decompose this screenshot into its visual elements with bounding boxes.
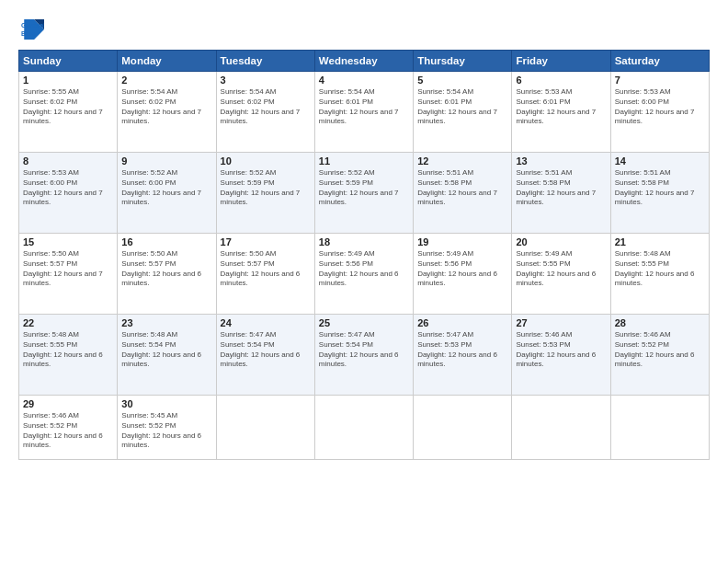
calendar-cell: 24Sunrise: 5:47 AMSunset: 5:54 PMDayligh… [216,315,314,396]
calendar-cell [314,396,413,460]
day-info: Sunrise: 5:47 AMSunset: 5:53 PMDaylight:… [417,330,507,370]
day-number: 23 [121,317,211,328]
page: General Blue SundayMondayTuesdayWednesda… [0,0,728,563]
calendar-cell: 23Sunrise: 5:48 AMSunset: 5:54 PMDayligh… [118,315,216,396]
day-number: 25 [319,317,409,328]
calendar-cell [414,396,512,460]
day-info: Sunrise: 5:54 AMSunset: 6:01 PMDaylight:… [417,87,507,127]
day-number: 14 [615,155,705,167]
calendar-week-5: 29Sunrise: 5:46 AMSunset: 5:52 PMDayligh… [19,396,710,460]
day-info: Sunrise: 5:48 AMSunset: 5:55 PMDaylight:… [615,249,705,289]
calendar-cell: 2Sunrise: 5:54 AMSunset: 6:02 PMDaylight… [118,72,216,153]
calendar-cell: 26Sunrise: 5:47 AMSunset: 5:53 PMDayligh… [414,315,512,396]
day-info: Sunrise: 5:53 AMSunset: 6:00 PMDaylight:… [23,168,113,208]
day-number: 24 [221,317,311,328]
day-number: 27 [516,317,606,328]
day-header-wednesday: Wednesday [314,51,413,72]
calendar-cell: 28Sunrise: 5:46 AMSunset: 5:52 PMDayligh… [610,315,709,396]
calendar-cell: 1Sunrise: 5:55 AMSunset: 6:02 PMDaylight… [19,72,118,153]
day-info: Sunrise: 5:47 AMSunset: 5:54 PMDaylight:… [319,330,409,370]
day-info: Sunrise: 5:54 AMSunset: 6:01 PMDaylight:… [319,87,409,127]
calendar-cell [216,396,314,460]
calendar-week-4: 22Sunrise: 5:48 AMSunset: 5:55 PMDayligh… [19,315,710,396]
day-info: Sunrise: 5:47 AMSunset: 5:54 PMDaylight:… [221,330,311,370]
day-info: Sunrise: 5:54 AMSunset: 6:02 PMDaylight:… [221,87,311,127]
day-info: Sunrise: 5:48 AMSunset: 5:55 PMDaylight:… [23,330,113,370]
calendar-cell [610,396,709,460]
day-info: Sunrise: 5:51 AMSunset: 5:58 PMDaylight:… [417,168,507,208]
day-info: Sunrise: 5:46 AMSunset: 5:52 PMDaylight:… [23,411,113,451]
day-info: Sunrise: 5:45 AMSunset: 5:52 PMDaylight:… [121,411,211,451]
svg-text:General: General [21,22,44,29]
calendar-cell: 9Sunrise: 5:52 AMSunset: 6:00 PMDaylight… [118,153,216,234]
day-info: Sunrise: 5:51 AMSunset: 5:58 PMDaylight:… [615,168,705,208]
day-number: 18 [319,236,409,247]
day-info: Sunrise: 5:46 AMSunset: 5:53 PMDaylight:… [516,330,606,370]
calendar-cell: 10Sunrise: 5:52 AMSunset: 5:59 PMDayligh… [216,153,314,234]
calendar-cell: 22Sunrise: 5:48 AMSunset: 5:55 PMDayligh… [19,315,118,396]
day-number: 6 [516,75,606,86]
day-number: 30 [121,398,211,409]
day-header-saturday: Saturday [610,51,709,72]
day-info: Sunrise: 5:46 AMSunset: 5:52 PMDaylight:… [615,330,705,370]
day-number: 8 [23,155,113,167]
calendar-cell: 6Sunrise: 5:53 AMSunset: 6:01 PMDaylight… [512,72,610,153]
day-header-sunday: Sunday [19,51,118,72]
calendar-week-3: 15Sunrise: 5:50 AMSunset: 5:57 PMDayligh… [19,234,710,315]
calendar-cell: 27Sunrise: 5:46 AMSunset: 5:53 PMDayligh… [512,315,610,396]
header: General Blue [18,17,710,42]
day-header-thursday: Thursday [414,51,512,72]
day-number: 2 [121,75,211,86]
calendar-cell: 4Sunrise: 5:54 AMSunset: 6:01 PMDaylight… [314,72,413,153]
calendar-cell: 14Sunrise: 5:51 AMSunset: 5:58 PMDayligh… [610,153,709,234]
day-number: 22 [23,317,113,328]
day-info: Sunrise: 5:50 AMSunset: 5:57 PMDaylight:… [121,249,211,289]
day-number: 29 [23,398,113,409]
calendar-week-1: 1Sunrise: 5:55 AMSunset: 6:02 PMDaylight… [19,72,710,153]
day-info: Sunrise: 5:50 AMSunset: 5:57 PMDaylight:… [221,249,311,289]
calendar-cell: 8Sunrise: 5:53 AMSunset: 6:00 PMDaylight… [19,153,118,234]
calendar-cell [512,396,610,460]
day-header-monday: Monday [118,51,216,72]
logo: General Blue [18,17,44,42]
calendar-table: SundayMondayTuesdayWednesdayThursdayFrid… [18,50,710,460]
day-number: 17 [221,236,311,247]
day-info: Sunrise: 5:53 AMSunset: 6:01 PMDaylight:… [516,87,606,127]
calendar-cell: 30Sunrise: 5:45 AMSunset: 5:52 PMDayligh… [118,396,216,460]
day-number: 1 [23,75,113,86]
day-number: 26 [417,317,507,328]
calendar-cell: 18Sunrise: 5:49 AMSunset: 5:56 PMDayligh… [314,234,413,315]
day-number: 16 [121,236,211,247]
calendar-cell: 12Sunrise: 5:51 AMSunset: 5:58 PMDayligh… [414,153,512,234]
calendar-cell: 19Sunrise: 5:49 AMSunset: 5:56 PMDayligh… [414,234,512,315]
day-info: Sunrise: 5:48 AMSunset: 5:54 PMDaylight:… [121,330,211,370]
calendar-cell: 17Sunrise: 5:50 AMSunset: 5:57 PMDayligh… [216,234,314,315]
calendar-cell: 16Sunrise: 5:50 AMSunset: 5:57 PMDayligh… [118,234,216,315]
day-info: Sunrise: 5:53 AMSunset: 6:00 PMDaylight:… [615,87,705,127]
calendar-header-row: SundayMondayTuesdayWednesdayThursdayFrid… [19,51,710,72]
day-info: Sunrise: 5:49 AMSunset: 5:56 PMDaylight:… [319,249,409,289]
calendar-cell: 21Sunrise: 5:48 AMSunset: 5:55 PMDayligh… [610,234,709,315]
day-info: Sunrise: 5:49 AMSunset: 5:56 PMDaylight:… [417,249,507,289]
day-info: Sunrise: 5:52 AMSunset: 5:59 PMDaylight:… [319,168,409,208]
day-number: 10 [221,155,311,167]
day-number: 11 [319,155,409,167]
calendar-cell: 25Sunrise: 5:47 AMSunset: 5:54 PMDayligh… [314,315,413,396]
calendar-cell: 29Sunrise: 5:46 AMSunset: 5:52 PMDayligh… [19,396,118,460]
day-info: Sunrise: 5:51 AMSunset: 5:58 PMDaylight:… [516,168,606,208]
day-info: Sunrise: 5:49 AMSunset: 5:55 PMDaylight:… [516,249,606,289]
day-number: 28 [615,317,705,328]
day-number: 9 [121,155,211,167]
calendar-cell: 7Sunrise: 5:53 AMSunset: 6:00 PMDaylight… [610,72,709,153]
day-header-friday: Friday [512,51,610,72]
day-number: 13 [516,155,606,167]
calendar-cell: 11Sunrise: 5:52 AMSunset: 5:59 PMDayligh… [314,153,413,234]
calendar-cell: 3Sunrise: 5:54 AMSunset: 6:02 PMDaylight… [216,72,314,153]
day-number: 7 [615,75,705,86]
calendar-cell: 20Sunrise: 5:49 AMSunset: 5:55 PMDayligh… [512,234,610,315]
calendar-cell: 15Sunrise: 5:50 AMSunset: 5:57 PMDayligh… [19,234,118,315]
day-number: 19 [417,236,507,247]
day-number: 21 [615,236,705,247]
day-number: 5 [417,75,507,86]
day-header-tuesday: Tuesday [216,51,314,72]
